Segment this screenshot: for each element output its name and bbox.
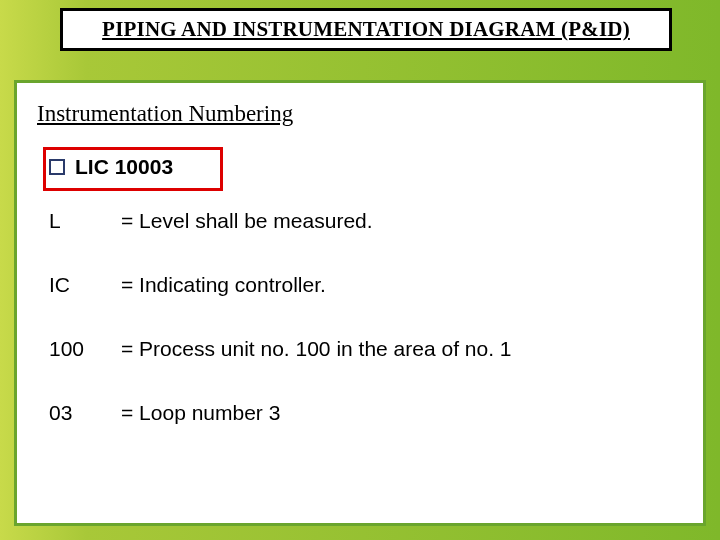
slide-title: PIPING AND INSTRUMENTATION DIAGRAM (P&ID…	[75, 17, 657, 42]
square-bullet-icon	[49, 159, 65, 175]
title-box: PIPING AND INSTRUMENTATION DIAGRAM (P&ID…	[60, 8, 672, 51]
example-tag-label: LIC 10003	[75, 155, 173, 179]
slide: PIPING AND INSTRUMENTATION DIAGRAM (P&ID…	[8, 8, 712, 532]
table-row: 03 = Loop number 3	[49, 401, 683, 425]
table-row: 100 = Process unit no. 100 in the area o…	[49, 337, 683, 361]
def-key: L	[49, 209, 121, 233]
section-heading: Instrumentation Numbering	[37, 101, 683, 127]
table-row: L = Level shall be measured.	[49, 209, 683, 233]
table-row: IC = Indicating controller.	[49, 273, 683, 297]
def-val: = Process unit no. 100 in the area of no…	[121, 337, 512, 361]
def-val: = Level shall be measured.	[121, 209, 373, 233]
def-val: = Loop number 3	[121, 401, 280, 425]
definition-table: L = Level shall be measured. IC = Indica…	[49, 209, 683, 425]
def-key: IC	[49, 273, 121, 297]
content-card: Instrumentation Numbering LIC 10003 L = …	[14, 80, 706, 526]
def-key: 100	[49, 337, 121, 361]
def-key: 03	[49, 401, 121, 425]
def-val: = Indicating controller.	[121, 273, 326, 297]
example-tag-row: LIC 10003	[49, 155, 683, 179]
